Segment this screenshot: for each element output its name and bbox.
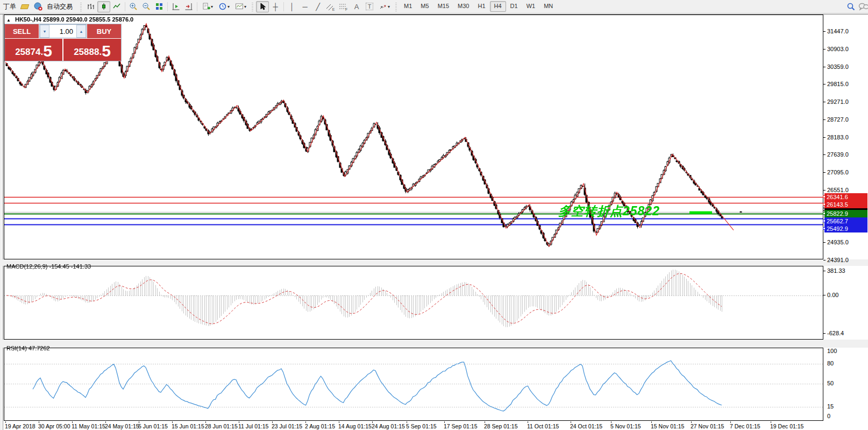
vertical-line-button[interactable]: │ <box>286 1 298 12</box>
chart-shift-button[interactable] <box>169 1 182 12</box>
auto-trading-button[interactable]: 自动交易 <box>31 1 77 12</box>
volume-input[interactable] <box>49 25 76 38</box>
time-axis-label: 7 Dec 01:15 <box>730 423 760 429</box>
cursor-button[interactable] <box>256 1 269 12</box>
collapse-panel-icon[interactable]: ▲ <box>6 18 11 23</box>
pane-separator[interactable] <box>0 259 868 266</box>
line-handle-square[interactable] <box>823 212 826 215</box>
line-handle-square[interactable] <box>823 220 826 222</box>
timeframe-h1[interactable]: H1 <box>473 1 489 12</box>
candlestick-chart-button[interactable] <box>97 1 110 12</box>
time-axis-label: 11 May 01:15 <box>72 423 105 429</box>
time-axis[interactable]: 19 Apr 201830 Apr 05:0011 May 01:1524 Ma… <box>4 421 823 430</box>
rsi-axis-label: 50 <box>827 380 834 387</box>
toolbar-drag-handle <box>80 2 82 11</box>
axis-tick <box>823 67 826 67</box>
axis-tick <box>823 84 826 84</box>
rsi-axis[interactable]: 1008050150 <box>823 348 868 421</box>
trendline-button[interactable]: ╱ <box>311 1 324 12</box>
rsi-axis-label: 80 <box>827 360 834 367</box>
sell-button[interactable]: SELL <box>5 24 39 38</box>
axis-tick <box>823 271 826 271</box>
macd-canvas[interactable] <box>4 266 823 339</box>
time-axis-label: 15 Nov 01:15 <box>651 423 684 429</box>
ohlc-high: 25940.0 <box>66 16 88 23</box>
time-axis-label: 24 Oct 01:15 <box>570 423 602 429</box>
fibonacci-button[interactable]: F <box>337 1 350 12</box>
toolbar-separator <box>197 2 197 11</box>
level-line-label[interactable]: 25822.9 <box>824 210 867 217</box>
timeframe-m1[interactable]: M1 <box>400 1 416 12</box>
main-price-axis[interactable]: 31447.030903.030359.029815.029271.028727… <box>823 15 868 259</box>
time-axis-tick <box>771 421 771 423</box>
new-order-label[interactable]: 丁单 <box>3 2 16 11</box>
text-button[interactable]: A <box>350 1 363 12</box>
volume-decrease-button[interactable]: ▼ <box>40 25 49 38</box>
text-label-button[interactable]: T <box>363 1 376 12</box>
toolbar: 丁单 自动交易 <box>0 0 868 13</box>
auto-trading-icon <box>34 2 42 11</box>
axis-tick <box>823 333 826 334</box>
templates-button[interactable]: ▾ <box>232 1 249 12</box>
axis-tick <box>823 190 826 191</box>
time-axis-label: 11 Jul 01:15 <box>238 423 268 429</box>
indicators-button[interactable]: ▾ <box>199 1 216 12</box>
pivot-annotation-text[interactable]: 多空转折点25822 <box>558 203 660 220</box>
buy-button[interactable]: BUY <box>87 24 121 38</box>
line-handle-square[interactable] <box>823 195 826 198</box>
sell-price-box[interactable]: 25874. 5 <box>5 39 62 61</box>
axis-tick-label: 31447.0 <box>827 28 849 35</box>
line-chart-button[interactable] <box>110 1 123 12</box>
bar-chart-button[interactable] <box>84 1 97 12</box>
trading-terminal: 丁单 自动交易 <box>0 0 868 430</box>
time-axis-label: 5 Jun 01:15 <box>138 423 168 429</box>
level-line-label[interactable]: 25662.7 <box>824 217 867 225</box>
rsi-pane <box>4 348 823 421</box>
macd-axis[interactable]: 381.330.00-628.4 <box>823 266 868 340</box>
crosshair-button[interactable]: ┼ <box>269 1 282 12</box>
pane-separator[interactable] <box>0 340 868 348</box>
volume-stepper: ▼ ▲ <box>39 24 87 38</box>
level-line-label[interactable]: 26143.5 <box>824 201 867 208</box>
zoom-in-button[interactable] <box>127 1 140 12</box>
window-resize-grip[interactable] <box>0 15 4 430</box>
timeframe-m30[interactable]: M30 <box>453 1 473 12</box>
new-order-icon[interactable] <box>18 1 31 12</box>
tile-windows-icon[interactable] <box>153 1 166 12</box>
horizontal-line-button[interactable]: ─ <box>298 1 311 12</box>
channel-button[interactable]: E <box>324 1 337 12</box>
timeframe-m15[interactable]: M15 <box>433 1 453 12</box>
buy-price-box[interactable]: 25888. 5 <box>63 39 121 61</box>
timeframe-d1[interactable]: D1 <box>506 1 522 12</box>
timeframe-mn[interactable]: MN <box>539 1 557 12</box>
level-line-label[interactable]: 26341.6 <box>824 193 867 201</box>
periods-button[interactable]: ▾ <box>216 1 232 12</box>
timeframe-m5[interactable]: M5 <box>416 1 433 12</box>
rsi-canvas[interactable] <box>4 348 823 420</box>
rsi-axis-label: 0 <box>827 413 830 420</box>
main-chart-pane <box>4 15 823 259</box>
time-axis-tick <box>730 421 731 423</box>
axis-tick-label: 27639.0 <box>827 151 849 158</box>
line-handle-square[interactable] <box>823 227 826 230</box>
time-axis-tick <box>5 421 6 423</box>
time-axis-tick <box>339 421 339 423</box>
axis-tick-label: 24935.0 <box>827 239 849 246</box>
auto-scroll-button[interactable] <box>182 1 195 12</box>
time-axis-label: 5 Nov 01:15 <box>610 423 641 429</box>
search-icon[interactable] <box>844 1 857 12</box>
line-handle-square[interactable] <box>823 203 826 206</box>
level-line-label[interactable]: 25492.9 <box>824 225 867 232</box>
macd-axis-label: 381.33 <box>827 267 845 274</box>
main-chart-canvas[interactable] <box>4 15 823 259</box>
timeframe-h4[interactable]: H4 <box>490 1 506 12</box>
chat-icon[interactable] <box>857 1 868 12</box>
volume-increase-button[interactable]: ▲ <box>76 25 86 38</box>
time-axis-tick <box>407 421 407 423</box>
auto-trading-label: 自动交易 <box>47 2 73 11</box>
arrows-button[interactable]: ▾ <box>376 1 393 12</box>
time-axis-tick <box>571 421 571 423</box>
timeframe-w1[interactable]: W1 <box>522 1 540 12</box>
macd-axis-label: -628.4 <box>827 330 844 337</box>
zoom-out-button[interactable] <box>140 1 153 12</box>
